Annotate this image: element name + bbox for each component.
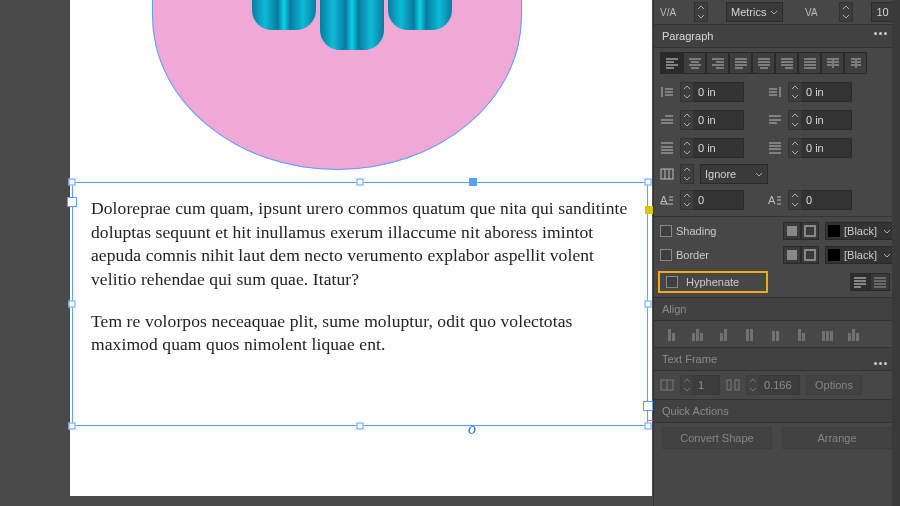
fill-icon[interactable] [783,222,801,240]
span-columns-dropdown[interactable]: Ignore [700,164,768,184]
frame-handle[interactable] [645,423,652,430]
convert-shape-button[interactable]: Convert Shape [662,427,772,449]
kerning-stepper[interactable] [694,2,708,22]
align-v-centers-icon[interactable] [766,327,784,341]
last-line-indent-stepper[interactable] [788,110,852,130]
span-columns-stepper[interactable] [680,164,694,184]
indent-right-input[interactable] [802,82,852,102]
justify-center-button[interactable] [752,52,775,74]
page: Doloreprae cum quam, ipsunt urero commos… [70,0,652,496]
shading-checkbox[interactable] [660,225,672,237]
space-after-input[interactable] [802,138,852,158]
frame-handle[interactable] [69,301,76,308]
textframe-row: Options [654,371,900,399]
align-bottom-edges-icon[interactable] [792,327,810,341]
border-row: Border [Black] [654,243,900,267]
text-in-port[interactable] [67,197,77,207]
quickactions-panel-header[interactable]: Quick Actions [654,399,900,423]
border-fillstroke-toggle[interactable] [783,246,819,264]
indent-left-input[interactable] [694,82,744,102]
shading-fillstroke-toggle[interactable] [783,222,819,240]
align-right-edges-icon[interactable] [714,327,732,341]
paragraph-composer-button[interactable] [870,273,890,291]
fill-icon[interactable] [783,246,801,264]
paragraph-align-buttons [654,48,900,78]
space-after-stepper[interactable] [788,138,852,158]
first-line-indent-input[interactable] [694,110,744,130]
space-after-icon [768,142,782,154]
align-toward-spine-button[interactable] [821,52,844,74]
shading-swatch-dropdown[interactable]: [Black] [825,222,894,240]
distribute-v-icon[interactable] [844,327,862,341]
align-away-spine-button[interactable] [844,52,867,74]
chevron-down-icon [770,10,778,15]
align-right-button[interactable] [706,52,729,74]
justify-all-button[interactable] [798,52,821,74]
dropcap-chars-input[interactable] [802,190,852,210]
kerning-dropdown[interactable]: Metrics [726,2,783,22]
last-line-indent-icon [768,114,782,126]
single-line-composer-button[interactable] [850,273,870,291]
first-line-indent-icon [660,114,674,126]
justify-right-button[interactable] [775,52,798,74]
tracking-value: 10 [876,6,888,18]
first-line-indent-stepper[interactable] [680,110,744,130]
align-top-edges-icon[interactable] [740,327,758,341]
frame-handle[interactable] [357,423,364,430]
document-canvas[interactable]: Doloreprae cum quam, ipsunt urero commos… [0,0,653,506]
text-frame[interactable]: Doloreprae cum quam, ipsunt urero commos… [72,182,648,426]
frame-anchor-right[interactable] [645,206,653,214]
dropcap-chars-icon: A [768,194,782,206]
paragraph-panel-header[interactable]: Paragraph [654,24,900,48]
stroke-icon[interactable] [801,222,819,240]
indent-left-icon [660,86,674,98]
align-center-button[interactable] [683,52,706,74]
panel-dock-strip[interactable] [892,0,900,506]
textframe-options-button[interactable]: Options [806,375,862,395]
columns-icon [660,379,674,391]
border-label: Border [676,249,709,261]
stroke-icon[interactable] [801,246,819,264]
frame-handle[interactable] [645,301,652,308]
align-panel-header[interactable]: Align [654,297,900,321]
arrange-button[interactable]: Arrange [782,427,892,449]
chevron-down-icon [883,229,891,234]
space-before-stepper[interactable] [680,138,744,158]
columns-input[interactable] [694,375,720,395]
tracking-stepper[interactable] [839,2,853,22]
hyphenate-checkbox[interactable] [666,276,678,288]
dropcap-lines-input[interactable] [694,190,744,210]
frame-handle[interactable] [645,179,652,186]
textframe-panel-header[interactable]: Text Frame [654,347,900,371]
image-frame-circle[interactable] [152,0,522,170]
swatch-chip [828,225,840,237]
align-left-edges-icon[interactable] [662,327,680,341]
gutter-input[interactable] [760,375,800,395]
frame-handle[interactable] [69,423,76,430]
chevron-down-icon [755,172,763,177]
columns-stepper[interactable] [680,375,720,395]
dropcap-chars-stepper[interactable] [788,190,852,210]
body-paragraph-1[interactable]: Doloreprae cum quam, ipsunt urero commos… [91,197,629,292]
frame-handle[interactable] [69,179,76,186]
panel-more-icon[interactable] [870,26,890,40]
panel-more-icon[interactable] [870,356,890,370]
justify-left-button[interactable] [729,52,752,74]
distribute-h-icon[interactable] [818,327,836,341]
frame-handle[interactable] [357,179,364,186]
border-swatch-dropdown[interactable]: [Black] [825,246,894,264]
character-kerning-row: V/A Metrics VA 10 [654,0,900,24]
space-before-input[interactable] [694,138,744,158]
align-h-centers-icon[interactable] [688,327,706,341]
gutter-stepper[interactable] [746,375,800,395]
dropcap-lines-stepper[interactable] [680,190,744,210]
frame-anchor-top[interactable] [469,178,477,186]
body-paragraph-2[interactable]: Tem re volorpos neceaquae plit, sume mol… [91,310,629,357]
indent-right-stepper[interactable] [788,82,852,102]
border-checkbox[interactable] [660,249,672,261]
indent-right-icon [768,86,782,98]
align-left-button[interactable] [660,52,683,74]
text-out-port[interactable] [643,401,653,411]
indent-left-stepper[interactable] [680,82,744,102]
last-line-indent-input[interactable] [802,110,852,130]
